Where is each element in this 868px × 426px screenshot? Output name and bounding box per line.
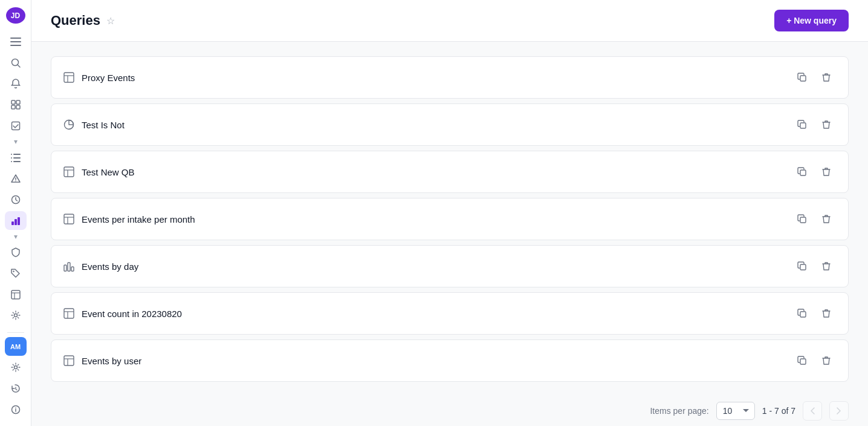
query-item[interactable]: Events per intake per month <box>51 198 849 240</box>
query-actions <box>792 115 836 134</box>
table-query-icon <box>63 72 74 83</box>
delete-button[interactable] <box>817 209 836 229</box>
svg-rect-37 <box>800 123 806 128</box>
delete-button[interactable] <box>817 304 836 323</box>
svg-rect-48 <box>71 267 74 271</box>
query-name: Events by user <box>82 356 141 366</box>
query-actions <box>792 162 836 182</box>
svg-rect-11 <box>13 157 21 159</box>
list-icon[interactable] <box>5 148 27 167</box>
svg-point-30 <box>15 407 16 408</box>
clock-icon[interactable] <box>5 191 27 209</box>
svg-rect-10 <box>13 154 21 155</box>
query-item[interactable]: Test Is Not <box>51 103 849 146</box>
table-query-icon <box>63 308 74 319</box>
user-am-avatar[interactable]: AM <box>5 337 27 356</box>
svg-rect-46 <box>64 265 66 271</box>
search-icon[interactable] <box>5 54 27 73</box>
svg-rect-31 <box>64 73 74 82</box>
svg-point-14 <box>11 157 12 159</box>
svg-rect-47 <box>68 263 70 271</box>
svg-point-22 <box>13 270 15 272</box>
delete-button[interactable] <box>817 257 836 276</box>
sidebar-divider <box>7 332 24 333</box>
svg-rect-53 <box>800 312 806 317</box>
svg-point-13 <box>11 154 12 155</box>
tag-icon[interactable] <box>5 264 27 283</box>
collapse-icon-2[interactable]: ▾ <box>14 232 18 241</box>
query-item[interactable]: Events by day <box>51 245 849 287</box>
query-item[interactable]: Events by user <box>51 339 849 382</box>
items-per-page-select[interactable]: 10 25 50 100 <box>716 402 755 420</box>
svg-point-27 <box>14 366 17 369</box>
query-list: Proxy Events Test Is Not <box>51 56 849 387</box>
query-actions <box>792 68 836 87</box>
settings3-icon[interactable] <box>5 306 27 325</box>
bar-chart-icon[interactable] <box>5 211 27 230</box>
grid-icon[interactable] <box>5 96 27 114</box>
menu-icon[interactable] <box>5 33 27 51</box>
copy-button[interactable] <box>792 162 812 182</box>
delete-button[interactable] <box>817 351 836 370</box>
query-item-left: Events per intake per month <box>63 214 195 224</box>
svg-rect-41 <box>800 170 806 175</box>
query-name: Test New QB <box>82 167 135 177</box>
check-square-icon[interactable] <box>5 117 27 136</box>
svg-rect-42 <box>64 214 74 224</box>
copy-button[interactable] <box>792 115 812 134</box>
svg-rect-7 <box>11 105 15 109</box>
query-item-left: Event count in 20230820 <box>63 308 182 319</box>
query-item-left: Test New QB <box>63 166 135 177</box>
items-per-page-label: Items per page: <box>650 406 708 416</box>
query-item[interactable]: Proxy Events <box>51 56 849 99</box>
delete-button[interactable] <box>817 162 836 182</box>
svg-point-17 <box>15 181 16 182</box>
pagination: Items per page: 10 25 50 100 1 - 7 of 7 <box>51 392 849 426</box>
svg-point-26 <box>14 314 17 317</box>
next-page-button[interactable] <box>829 401 849 421</box>
delete-button[interactable] <box>817 68 836 87</box>
page-info: 1 - 7 of 7 <box>762 406 795 416</box>
copy-button[interactable] <box>792 209 812 229</box>
settings-icon[interactable] <box>5 358 27 377</box>
query-name: Event count in 20230820 <box>82 309 182 319</box>
svg-rect-38 <box>64 167 74 177</box>
copy-button[interactable] <box>792 351 812 370</box>
query-actions <box>792 257 836 276</box>
svg-rect-6 <box>16 100 20 104</box>
sidebar: JD ▾ ▾ AM <box>0 0 31 426</box>
query-name: Events per intake per month <box>82 214 195 224</box>
svg-rect-20 <box>15 219 17 225</box>
alert-icon[interactable] <box>5 169 27 188</box>
svg-rect-50 <box>64 309 74 318</box>
page-title: Queries <box>51 13 100 28</box>
new-query-button[interactable]: + New query <box>774 10 849 31</box>
shield-icon[interactable] <box>5 243 27 262</box>
svg-rect-21 <box>18 217 20 225</box>
history-icon[interactable] <box>5 379 27 398</box>
header-left: Queries ☆ <box>51 13 115 28</box>
query-item[interactable]: Event count in 20230820 <box>51 292 849 335</box>
content-area: Proxy Events Test Is Not <box>31 42 868 426</box>
prev-page-button[interactable] <box>803 401 822 421</box>
copy-button[interactable] <box>792 68 812 87</box>
bell-icon[interactable] <box>5 74 27 93</box>
user-avatar[interactable]: JD <box>6 7 25 24</box>
svg-rect-2 <box>10 45 21 46</box>
query-item-left: Test Is Not <box>63 119 125 130</box>
query-item-left: Events by user <box>63 355 141 366</box>
svg-rect-34 <box>800 76 806 81</box>
query-item-left: Events by day <box>63 261 138 272</box>
svg-rect-23 <box>11 290 20 299</box>
favorite-star-icon[interactable]: ☆ <box>106 15 115 27</box>
info-icon[interactable] <box>5 400 27 419</box>
copy-button[interactable] <box>792 304 812 323</box>
copy-button[interactable] <box>792 257 812 276</box>
table-query-icon <box>63 355 74 366</box>
query-item[interactable]: Test New QB <box>51 151 849 193</box>
svg-line-4 <box>18 65 20 67</box>
svg-rect-12 <box>13 161 21 162</box>
collapse-icon[interactable]: ▾ <box>14 137 18 146</box>
delete-button[interactable] <box>817 115 836 134</box>
table-icon[interactable] <box>5 285 27 304</box>
